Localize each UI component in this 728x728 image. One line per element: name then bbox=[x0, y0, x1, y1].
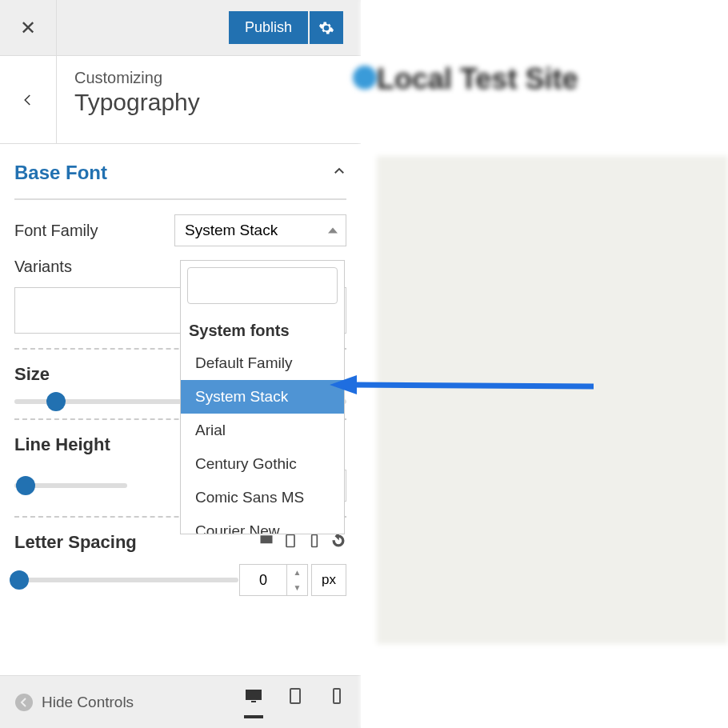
letter-spacing-label: Letter Spacing bbox=[14, 532, 137, 553]
font-family-label: Font Family bbox=[14, 222, 174, 240]
letter-spacing-stepper[interactable]: ▲▼ bbox=[287, 564, 308, 596]
tablet-icon[interactable] bbox=[282, 533, 298, 552]
page-title: Typography bbox=[74, 89, 200, 116]
letter-spacing-slider[interactable] bbox=[14, 578, 238, 582]
line-height-slider[interactable] bbox=[14, 483, 127, 488]
publish-button[interactable]: Publish bbox=[229, 11, 308, 44]
dropdown-option-system-stack[interactable]: System Stack bbox=[181, 380, 344, 414]
accordion-title: Base Font bbox=[14, 162, 107, 184]
back-button[interactable] bbox=[0, 56, 57, 143]
breadcrumb: Customizing bbox=[74, 69, 200, 87]
chevron-up-icon bbox=[332, 164, 346, 182]
section-header: Customizing Typography bbox=[0, 56, 361, 144]
svg-rect-3 bbox=[246, 690, 262, 700]
dropdown-option-century-gothic[interactable]: Century Gothic bbox=[181, 447, 344, 481]
reset-icon[interactable] bbox=[330, 533, 346, 552]
close-button[interactable]: ✕ bbox=[0, 0, 57, 56]
hide-controls-label: Hide Controls bbox=[42, 694, 134, 711]
site-logo bbox=[353, 66, 377, 90]
svg-rect-5 bbox=[290, 689, 300, 703]
size-slider-thumb[interactable] bbox=[46, 392, 66, 411]
font-family-value: System Stack bbox=[185, 222, 278, 238]
device-mobile[interactable] bbox=[327, 686, 346, 718]
font-family-select[interactable]: System Stack bbox=[174, 214, 346, 246]
device-tablet[interactable] bbox=[286, 686, 305, 718]
line-height-slider-thumb[interactable] bbox=[16, 476, 35, 495]
dropdown-search-input[interactable] bbox=[187, 267, 338, 304]
site-title: Local Test Site bbox=[377, 62, 578, 96]
variants-label: Variants bbox=[14, 258, 174, 276]
collapse-icon bbox=[14, 693, 34, 712]
triangle-up-icon bbox=[328, 228, 338, 234]
dropdown-option-arial[interactable]: Arial bbox=[181, 414, 344, 447]
font-family-dropdown: System fonts Default Family System Stack… bbox=[180, 260, 345, 534]
desktop-icon[interactable] bbox=[258, 533, 274, 552]
svg-rect-6 bbox=[334, 689, 340, 703]
dropdown-option-default-family[interactable]: Default Family bbox=[181, 346, 344, 380]
chevron-left-icon bbox=[21, 93, 35, 107]
customizer-topbar: ✕ Publish bbox=[0, 0, 361, 56]
customizer-footer: Hide Controls bbox=[0, 675, 361, 728]
letter-spacing-input[interactable] bbox=[239, 564, 287, 596]
preview-content-block bbox=[377, 156, 728, 644]
dropdown-group-label: System fonts bbox=[181, 310, 344, 346]
hide-controls-button[interactable]: Hide Controls bbox=[14, 693, 234, 712]
dropdown-option-courier-new[interactable]: Courier New bbox=[181, 514, 344, 534]
site-preview: Local Test Site bbox=[361, 0, 728, 728]
mobile-icon[interactable] bbox=[306, 533, 322, 552]
base-font-accordion[interactable]: Base Font bbox=[14, 158, 346, 200]
svg-rect-4 bbox=[251, 701, 256, 702]
publish-settings-button[interactable] bbox=[310, 11, 343, 44]
svg-point-2 bbox=[15, 694, 33, 711]
dropdown-option-comic-sans[interactable]: Comic Sans MS bbox=[181, 481, 344, 514]
letter-spacing-unit: px bbox=[311, 564, 346, 596]
device-desktop[interactable] bbox=[244, 686, 263, 718]
svg-rect-0 bbox=[286, 535, 294, 547]
gear-icon bbox=[318, 20, 334, 36]
svg-rect-1 bbox=[312, 535, 318, 547]
letter-spacing-slider-thumb[interactable] bbox=[10, 570, 29, 590]
